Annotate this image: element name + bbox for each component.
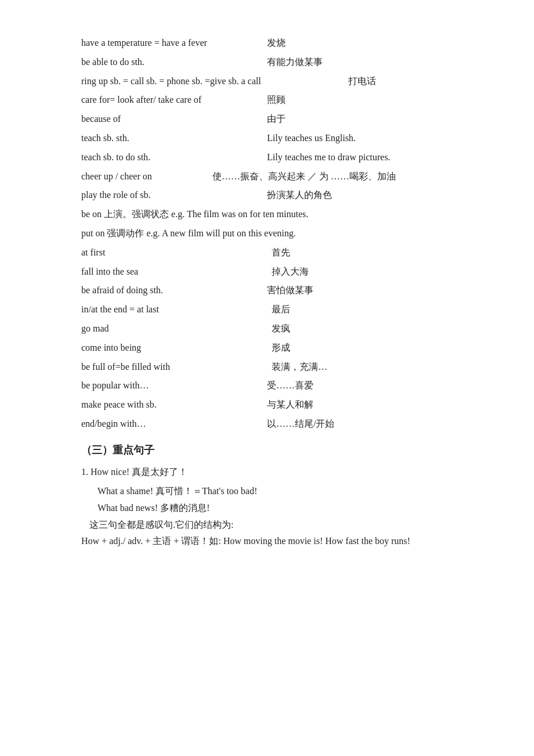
sentence-sub-2: What bad news! 多糟的消息! [81, 500, 453, 517]
phrase-cn: 发烧 [267, 35, 453, 52]
sentence-text: How nice! 真是太好了！ [91, 467, 187, 477]
phrase-list-1: have a temperature = have a fever 发烧 be … [81, 35, 453, 242]
phrase-list-2: at first 首先 fall into the sea 掉入大海 be af… [81, 244, 453, 433]
phrase-cn: 首先 [267, 244, 453, 261]
phrase-row: care for= look after/ take care of 照顾 [81, 92, 453, 109]
phrase-row: be popular with… 受……喜爱 [81, 377, 453, 394]
phrase-cn: 以……结尾/开始 [267, 416, 453, 433]
phrase-cn: 照顾 [267, 92, 453, 109]
phrase-cn: Lily teaches me to draw pictures. [267, 149, 453, 166]
put-on-row: put on 强调动作 e.g. A new film will put on … [81, 225, 453, 242]
phrase-cn: 害怕做某事 [267, 282, 453, 299]
phrase-row: fall into the sea 掉入大海 [81, 264, 453, 280]
phrase-en: be afraid of doing sth. [81, 282, 267, 299]
phrase-en: because of [81, 111, 267, 128]
phrase-en: at first [81, 244, 267, 261]
phrase-row: have a temperature = have a fever 发烧 [81, 35, 453, 52]
section-title: （三）重点句子 [81, 441, 453, 459]
sentence-sub-text: What a shame! 真可惜！＝That's too bad! [98, 486, 257, 496]
phrase-cn: 发疯 [267, 321, 453, 337]
phrase-cn: 扮演某人的角色 [267, 187, 453, 204]
phrase-cn: 有能力做某事 [267, 54, 453, 71]
phrase-row: because of 由于 [81, 111, 453, 128]
phrase-row: be able to do sth. 有能力做某事 [81, 54, 453, 71]
phrase-row: come into being 形成 [81, 340, 453, 357]
phrase-cn: Lily teaches us English. [267, 130, 453, 147]
phrase-en: care for= look after/ take care of [81, 92, 267, 109]
phrase-en: be popular with… [81, 377, 267, 394]
phrase-row: play the role of sb. 扮演某人的角色 [81, 187, 453, 204]
phrase-cn: 受……喜爱 [267, 377, 453, 394]
phrase-cn: 打电话 [348, 73, 453, 90]
phrase-cn: 装满，充满… [267, 359, 453, 376]
sentence-main: 1. How nice! 真是太好了！ [81, 464, 453, 481]
phrase-en: go mad [81, 321, 267, 337]
phrase-row: at first 首先 [81, 244, 453, 261]
phrase-en: teach sb. sth. [81, 130, 267, 147]
grammar-text: How + adj./ adv. + 主语 + 谓语！如: How moving… [81, 536, 410, 546]
phrase-cn: 形成 [267, 340, 453, 357]
phrase-row: ring up sb. = call sb. = phone sb. =give… [81, 73, 453, 90]
phrase-en: ring up sb. = call sb. = phone sb. =give… [81, 73, 348, 90]
sentence-1: 1. How nice! 真是太好了！ What a shame! 真可惜！＝T… [81, 464, 453, 533]
phrase-en: be full of=be filled with [81, 359, 267, 376]
phrase-en: teach sb. to do sth. [81, 149, 267, 166]
phrase-en: play the role of sb. [81, 187, 267, 204]
phrase-row: teach sb. sth. Lily teaches us English. [81, 130, 453, 147]
sentence-sub-3: 这三句全都是感叹句.它们的结构为: [81, 517, 453, 534]
phrase-en: fall into the sea [81, 264, 267, 280]
phrase-row: be afraid of doing sth. 害怕做某事 [81, 282, 453, 299]
sentence-number: 1. [81, 467, 88, 477]
phrase-row: make peace with sb. 与某人和解 [81, 397, 453, 413]
phrase-en: come into being [81, 340, 267, 357]
phrase-en: have a temperature = have a fever [81, 35, 267, 52]
phrase-row: go mad 发疯 [81, 321, 453, 337]
sentence-sub-text: What bad news! 多糟的消息! [98, 503, 210, 513]
grammar-row: How + adj./ adv. + 主语 + 谓语！如: How moving… [81, 533, 453, 550]
phrase-row: teach sb. to do sth. Lily teaches me to … [81, 149, 453, 166]
phrase-en: in/at the end = at last [81, 301, 267, 318]
sentence-sub-text: 这三句全都是感叹句.它们的结构为: [89, 520, 233, 530]
sentence-sub-1: What a shame! 真可惜！＝That's too bad! [81, 483, 453, 500]
put-on-text: put on 强调动作 e.g. A new film will put on … [81, 228, 296, 238]
phrase-cn: 掉入大海 [267, 264, 453, 280]
phrase-cn: 与某人和解 [267, 397, 453, 413]
phrase-cn: 最后 [267, 301, 453, 318]
phrase-en: end/begin with… [81, 416, 267, 433]
phrase-row: in/at the end = at last 最后 [81, 301, 453, 318]
phrase-row: end/begin with… 以……结尾/开始 [81, 416, 453, 433]
phrase-cn: 由于 [267, 111, 453, 128]
phrase-en: be able to do sth. [81, 54, 267, 71]
be-on-text: be on 上演。强调状态 e.g. The film was on for t… [81, 209, 308, 219]
cheer-up-row: cheer up / cheer on 使……振奋、高兴起来 ／ 为 ……喝彩、… [81, 168, 453, 185]
be-on-row: be on 上演。强调状态 e.g. The film was on for t… [81, 206, 453, 223]
phrase-en: make peace with sb. [81, 397, 267, 413]
phrase-row: be full of=be filled with 装满，充满… [81, 359, 453, 376]
cheer-up-cn: 使……振奋、高兴起来 ／ 为 ……喝彩、加油 [212, 171, 396, 181]
cheer-up-en: cheer up / cheer on [81, 171, 152, 181]
